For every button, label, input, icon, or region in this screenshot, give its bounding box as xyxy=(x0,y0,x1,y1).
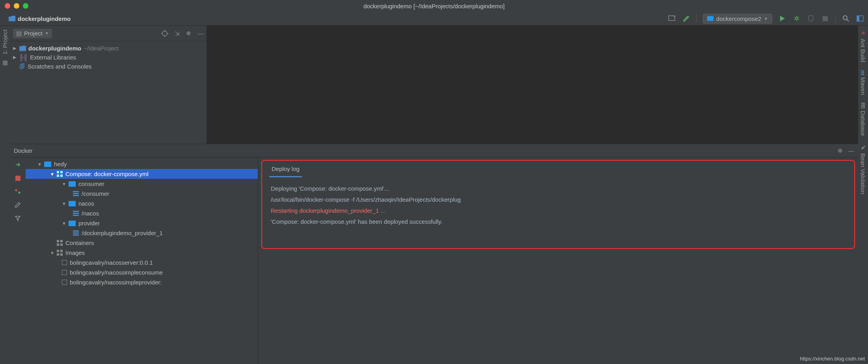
docker-icon xyxy=(44,162,51,167)
container-consumer[interactable]: /consumer xyxy=(26,189,258,199)
project-view-label: Project xyxy=(24,30,43,37)
log-line: /usr/local/bin/docker-compose -f /Users/… xyxy=(271,196,461,203)
image-row[interactable]: bolingcavalry/nacosserver:0.0.1 xyxy=(26,258,258,267)
docker-log-panel: Deploy log Deploying 'Compose: docker-co… xyxy=(258,158,858,364)
collapse-all-icon[interactable]: ⇲ xyxy=(175,30,180,37)
scratches-label: Scratches and Consoles xyxy=(28,63,92,70)
library-icon: ╟╢ xyxy=(19,54,28,61)
bean-label: Bean Validation xyxy=(860,153,866,194)
log-line: Deploying 'Compose: docker-compose.yml'.… xyxy=(271,185,389,192)
containers-node[interactable]: ▼Containers xyxy=(26,238,258,248)
compose-node[interactable]: ▼Compose: docker-compose.yml xyxy=(26,169,258,179)
svg-point-1 xyxy=(843,16,847,20)
root-path: ~/IdeaProject xyxy=(84,45,119,52)
compose-label: Compose: docker-compose.yml xyxy=(65,171,149,177)
chevron-down-icon[interactable]: ▼ xyxy=(62,221,66,226)
docker-icon xyxy=(69,201,76,206)
search-icon[interactable] xyxy=(842,15,850,22)
service-consumer[interactable]: ▼consumer xyxy=(26,179,258,189)
container-label: /consumer xyxy=(82,190,109,197)
docker-side-toolbar xyxy=(10,158,26,364)
left-tool-stripe: 1: Project ▦ xyxy=(0,26,10,230)
right-tool-stripe: ✳Ant Build mMaven 🗄Database ✔Bean Valida… xyxy=(858,26,868,349)
project-tool-button[interactable]: 1: Project xyxy=(2,30,8,54)
stop-deploy-icon[interactable] xyxy=(14,174,22,182)
service-label: nacos xyxy=(78,200,94,207)
project-panel: ▤ Project ▼ ⇲ ✻ — ▶ dockerplugindemo xyxy=(10,26,207,144)
deploy-icon[interactable] xyxy=(14,161,22,169)
container-provider[interactable]: /dockerplugindemo_provider_1 xyxy=(26,228,258,238)
service-label: consumer xyxy=(78,180,104,187)
main-area: ▤ Project ▼ ⇲ ✻ — ▶ dockerplugindemo xyxy=(10,26,858,364)
tab-deploy-log[interactable]: Deploy log xyxy=(269,164,302,177)
docker-icon xyxy=(69,221,76,226)
database-tool-button[interactable]: 🗄Database xyxy=(860,103,866,136)
service-label: provider xyxy=(78,220,100,227)
sidebar-toggle-icon[interactable] xyxy=(856,15,864,22)
debug-icon[interactable]: ✲ xyxy=(793,15,801,22)
docker-host-node[interactable]: ▼hedy xyxy=(26,159,258,169)
docker-tool-window: Docker ✻ — ▼hedy ▼Compose: docker-compos… xyxy=(10,144,858,364)
window-titlebar: dockerplugindemo [~/IdeaProjects/dockerp… xyxy=(0,0,868,12)
tree-external-libs[interactable]: ▶ ╟╢ External Libraries xyxy=(10,53,207,62)
image-label: bolingcavalry/nacossimpleprovider: xyxy=(70,279,162,286)
run-icon[interactable] xyxy=(779,15,786,22)
deploy-log-output[interactable]: Deploying 'Compose: docker-compose.yml'.… xyxy=(262,177,854,228)
svg-point-5 xyxy=(162,31,167,36)
docker-icon xyxy=(707,16,713,21)
coverage-icon[interactable] xyxy=(807,15,815,22)
select-target-icon[interactable] xyxy=(668,15,676,22)
hide-panel-icon[interactable]: — xyxy=(848,147,854,154)
docker-header: Docker ✻ — xyxy=(10,144,858,158)
run-config-select[interactable]: dockercompose2 ▼ xyxy=(703,14,772,24)
chevron-down-icon[interactable]: ▼ xyxy=(62,201,66,206)
gear-icon[interactable]: ✻ xyxy=(838,147,843,154)
image-row[interactable]: bolingcavalry/nacossimpleprovider: xyxy=(26,277,258,287)
project-tree[interactable]: ▶ dockerplugindemo ~/IdeaProject ▶ ╟╢ Ex… xyxy=(10,41,207,73)
filter-icon[interactable] xyxy=(14,214,22,222)
hammer-build-icon[interactable] xyxy=(682,15,690,22)
locate-icon[interactable] xyxy=(161,30,168,37)
breadcrumb[interactable]: dockerplugindemo xyxy=(9,15,71,22)
editor-area xyxy=(207,26,858,144)
redeploy-icon[interactable] xyxy=(14,188,22,195)
chevron-down-icon: ▼ xyxy=(764,17,768,21)
compose-icon xyxy=(57,171,63,177)
toolbar: dockercompose2 ▼ ✲ xyxy=(668,14,864,24)
maven-label: Maven xyxy=(860,77,866,95)
project-tool-label: 1: Project xyxy=(2,30,8,54)
maven-tool-button[interactable]: mMaven xyxy=(860,70,866,95)
gear-icon[interactable]: ✻ xyxy=(186,30,191,37)
database-label: Database xyxy=(860,111,866,136)
bean-tool-button[interactable]: ✔Bean Validation xyxy=(860,144,867,194)
ant-label: Ant Build xyxy=(860,39,866,62)
service-nacos[interactable]: ▼nacos xyxy=(26,199,258,208)
chevron-down-icon[interactable]: ▼ xyxy=(62,182,66,186)
container-icon xyxy=(73,191,79,196)
edit-icon[interactable] xyxy=(14,201,22,209)
ant-tool-button[interactable]: ✳Ant Build xyxy=(860,30,867,62)
tree-root[interactable]: ▶ dockerplugindemo ~/IdeaProject xyxy=(10,44,207,53)
docker-icon xyxy=(69,181,76,187)
run-config-label: dockercompose2 xyxy=(716,15,761,22)
chevron-right-icon[interactable]: ▶ xyxy=(13,46,17,51)
image-row[interactable]: bolingcavalry/nacossimpleconsume xyxy=(26,267,258,277)
structure-tool-icon[interactable]: ▦ xyxy=(2,59,8,66)
upper-split: ▤ Project ▼ ⇲ ✻ — ▶ dockerplugindemo xyxy=(10,26,858,144)
chevron-down-icon[interactable]: ▼ xyxy=(37,162,41,167)
images-node[interactable]: ▼Images xyxy=(26,248,258,258)
image-icon xyxy=(62,260,67,265)
hide-panel-icon[interactable]: — xyxy=(197,30,203,37)
project-view-select[interactable]: ▤ Project ▼ xyxy=(13,29,52,38)
container-nacos[interactable]: /nacos xyxy=(26,208,258,218)
stop-icon[interactable] xyxy=(821,15,829,22)
chevron-right-icon[interactable]: ▶ xyxy=(13,55,17,60)
log-line: 'Compose: docker-compose.yml' has been d… xyxy=(271,218,443,225)
project-panel-header: ▤ Project ▼ ⇲ ✻ — xyxy=(10,26,207,41)
chevron-down-icon[interactable]: ▼ xyxy=(50,251,54,255)
host-label: hedy xyxy=(54,161,67,167)
service-provider[interactable]: ▼provider xyxy=(26,218,258,228)
tree-scratches[interactable]: 🗐 Scratches and Consoles xyxy=(10,62,207,71)
docker-services-tree[interactable]: ▼hedy ▼Compose: docker-compose.yml ▼cons… xyxy=(26,158,258,364)
chevron-down-icon[interactable]: ▼ xyxy=(50,172,54,176)
